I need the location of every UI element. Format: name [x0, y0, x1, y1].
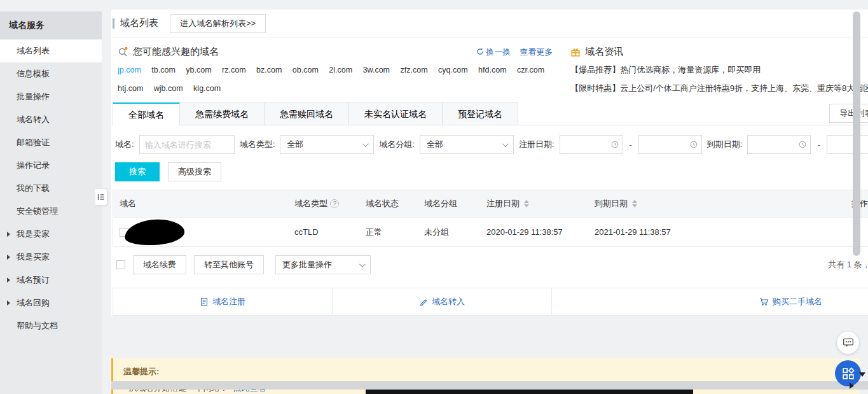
cart-icon — [759, 297, 769, 306]
sidebar-item-domain-list[interactable]: 域名列表 — [0, 39, 102, 62]
search-button[interactable]: 搜索 — [115, 162, 160, 181]
tab-not-verified[interactable]: 未实名认证域名 — [349, 102, 443, 125]
sort-toggle[interactable] — [524, 200, 529, 208]
buy-secondhand-domain-link[interactable]: 购买二手域名 — [552, 288, 868, 315]
select-all-checkbox[interactable] — [116, 260, 125, 269]
sidebar-item-help-docs[interactable]: 帮助与文档 — [0, 314, 102, 337]
suggested-domain[interactable]: rz.com — [222, 66, 246, 74]
help-icon[interactable]: ? — [330, 199, 339, 208]
interesting-domains-section: 您可能感兴趣的域名 换一换 查看更多 jp.com tb.com yb.com — [118, 46, 553, 95]
tab-renew-urgent[interactable]: 急需续费域名 — [180, 102, 265, 125]
suggested-domain[interactable]: ob.com — [293, 66, 319, 74]
suggested-domain[interactable]: 3w.com — [363, 66, 390, 74]
suggested-domain[interactable]: czr.com — [517, 66, 544, 74]
cell-type: ccTLD — [294, 227, 366, 237]
suggested-domain[interactable]: tb.com — [151, 66, 176, 74]
domain-news-title: 域名资讯 — [585, 46, 623, 58]
info-row: 您可能感兴趣的域名 换一换 查看更多 jp.com tb.com yb.com — [111, 38, 868, 97]
title-accent-bar — [113, 18, 114, 29]
app-launcher-button[interactable] — [835, 360, 861, 386]
sidebar-item-i-am-seller[interactable]: 我是卖家 — [0, 223, 102, 246]
goto-dns-list-button[interactable]: 进入域名解析列表>> — [170, 14, 266, 33]
batch-renew-button[interactable]: 域名续费 — [133, 255, 186, 274]
suggested-domain[interactable]: yb.com — [186, 66, 211, 74]
domain-news-section: 域名资讯 【爆品推荐】热门优选商标，海量资源库，即买即用 【限时特惠】云上公司/… — [553, 46, 868, 95]
suggested-domains-line2: htj.com wjb.com klg.com — [118, 82, 553, 95]
sidebar-item-label: 安全锁管理 — [17, 206, 58, 217]
date-range-separator: - — [816, 140, 821, 150]
news-line[interactable]: 【爆品推荐】热门优选商标，海量资源库，即买即用 — [570, 64, 868, 76]
sidebar-item-label: 帮助与文档 — [17, 320, 58, 332]
refresh-label: 换一换 — [486, 47, 511, 57]
sidebar-item-label: 批量操作 — [17, 91, 50, 102]
sidebar-item-label: 信息模板 — [17, 68, 50, 80]
more-batch-ops-select[interactable]: 更多批量操作 — [275, 255, 371, 274]
sidebar-item-operation-log[interactable]: 操作记录 — [0, 154, 102, 177]
page-header: 域名列表 进入域名解析列表>> ? 域名简介 — [111, 10, 868, 38]
domain-tabs: 全部域名 急需续费域名 急需赎回域名 未实名认证域名 预登记域名 导出列表 查看… — [111, 102, 868, 125]
domain-type-select[interactable]: 全部 — [280, 135, 374, 154]
domain-group-select[interactable]: 全部 — [420, 135, 514, 154]
chevron-down-icon — [502, 141, 509, 147]
tab-redeem-urgent[interactable]: 急需赎回域名 — [265, 102, 349, 125]
suggested-domain[interactable]: jp.com — [118, 66, 141, 74]
suggested-domains-line1: jp.com tb.com yb.com rz.com bz.com ob.co… — [118, 64, 553, 76]
view-more-domains-link[interactable]: 查看更多 — [520, 46, 553, 58]
suggested-domain[interactable]: htj.com — [118, 84, 143, 93]
tab-all-domains[interactable]: 全部域名 — [113, 102, 180, 125]
sidebar-item-info-template[interactable]: 信息模板 — [0, 62, 102, 85]
sidebar-item-domain-buyback[interactable]: 域名回购 — [0, 292, 102, 314]
sidebar-item-label: 我是卖家 — [17, 229, 50, 240]
transfer-account-button[interactable]: 转至其他账号 — [194, 255, 264, 274]
exp-date-start-input[interactable] — [747, 135, 811, 154]
suggested-domain[interactable]: wjb.com — [154, 84, 183, 93]
sidebar-item-label: 域名回购 — [17, 297, 50, 309]
table-header: 域名 域名类型? 域名状态 域名分组 注册日期 到期日期 操作 — [113, 190, 868, 217]
domain-transfer-in-link[interactable]: 域名转入 — [333, 288, 552, 315]
suggested-domain[interactable]: zfz.com — [401, 66, 428, 74]
domain-search-input[interactable] — [139, 135, 235, 154]
export-list-button[interactable]: 导出列表 — [829, 104, 868, 123]
vertical-scrollbar-thumb[interactable] — [853, 11, 860, 256]
quick-link-label: 域名注册 — [212, 296, 245, 307]
suggested-domain[interactable]: cyq.com — [438, 66, 468, 74]
tips-title: 温馨提示: — [123, 366, 850, 377]
col-actions: 操作 — [690, 198, 868, 209]
refresh-domains-link[interactable]: 换一换 — [476, 46, 511, 58]
scroll-arrow-icon — [850, 383, 854, 389]
reg-date-start-input[interactable] — [560, 135, 623, 154]
sidebar-item-i-am-buyer[interactable]: 我是买家 — [0, 246, 102, 269]
tab-preregistered[interactable]: 预登记域名 — [443, 102, 518, 125]
domain-register-link[interactable]: 域名注册 — [113, 288, 333, 315]
cell-status: 正常 — [366, 227, 424, 238]
horizontal-scrollbar-track[interactable] — [111, 381, 868, 390]
domain-group-value: 全部 — [427, 139, 443, 150]
sidebar-item-domain-transfer-in[interactable]: 域名转入 — [0, 108, 102, 131]
domain-filter-label: 域名: — [115, 139, 134, 150]
date-range-separator: - — [628, 140, 633, 150]
suggested-domain[interactable]: bz.com — [256, 66, 282, 74]
sidebar-item-email-verification[interactable]: 邮箱验证 — [0, 131, 102, 154]
reg-date-end-input[interactable] — [638, 135, 702, 154]
sidebar-item-label: 域名列表 — [17, 45, 50, 57]
advanced-search-button[interactable]: 高级搜索 — [168, 162, 221, 181]
suggested-domain[interactable]: hfd.com — [478, 66, 506, 74]
sidebar-item-my-downloads[interactable]: 我的下载 — [0, 177, 102, 200]
total-count-text: 共有 1 条，每页显示: — [828, 259, 868, 271]
sidebar-item-domain-reservation[interactable]: 域名预订 — [0, 269, 102, 292]
chat-bubble-icon — [843, 337, 854, 348]
sidebar-item-batch-operations[interactable]: 批量操作 — [0, 85, 102, 108]
suggested-domain[interactable]: klg.com — [193, 84, 221, 93]
suggested-domain[interactable]: 2l.com — [329, 66, 352, 74]
sidebar: 域名服务 域名列表 信息模板 批量操作 域名转入 邮箱验证 操作记录 我的下载 … — [0, 0, 102, 394]
sidebar-item-security-lock[interactable]: 安全锁管理 — [0, 200, 102, 223]
horizontal-scrollbar-thumb[interactable] — [366, 390, 693, 394]
cell-registered: 2020-01-29 11:38:57 — [486, 227, 595, 237]
sort-toggle[interactable] — [632, 200, 637, 208]
sidebar-collapse-handle[interactable] — [95, 188, 107, 206]
exp-date-end-input[interactable] — [827, 135, 868, 154]
cell-group: 未分组 — [424, 227, 486, 238]
news-line[interactable]: 【限时特惠】云上公司/个体工商户注册特惠9折，支持上海、东莞、重庆等8大园区在线… — [570, 82, 868, 95]
chat-feedback-button[interactable] — [837, 332, 859, 354]
search-actions: 搜索 高级搜索 — [111, 154, 868, 181]
